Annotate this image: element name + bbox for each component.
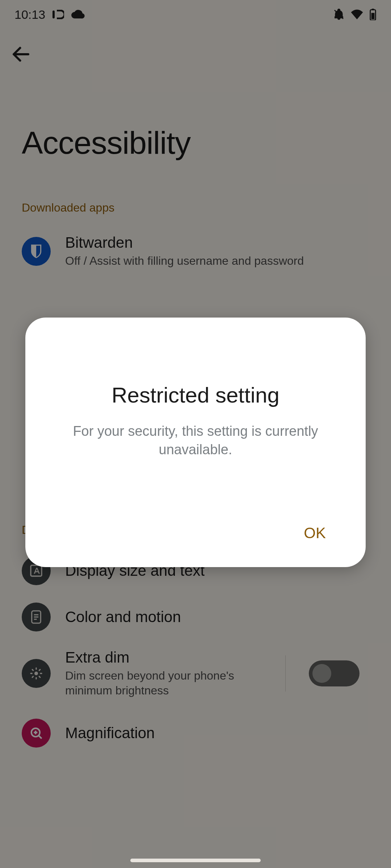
gesture-nav-bar[interactable] (130, 859, 261, 862)
restricted-setting-dialog: Restricted setting For your security, th… (25, 318, 366, 567)
dialog-actions: OK (51, 517, 340, 549)
dialog-ok-button[interactable]: OK (289, 517, 340, 549)
dialog-title: Restricted setting (51, 383, 340, 408)
dialog-body: For your security, this setting is curre… (51, 422, 340, 459)
